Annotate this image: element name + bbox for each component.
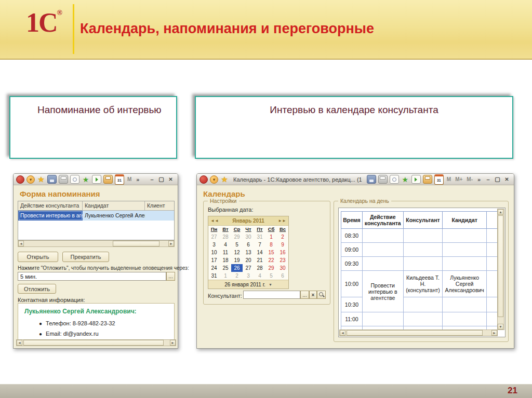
day-cell[interactable]: 5	[265, 272, 277, 280]
day-cell[interactable]: 23	[277, 256, 288, 264]
selected-day-cell[interactable]: 26	[231, 264, 243, 272]
day-cell[interactable]: 11	[220, 249, 231, 256]
print-icon[interactable]	[59, 175, 68, 184]
day-cell[interactable]: 27	[208, 233, 220, 241]
candidate-cell[interactable]	[443, 243, 487, 257]
day-cell[interactable]: 6	[243, 241, 254, 249]
consultant-cell[interactable]	[403, 297, 443, 312]
overflow-chevron-icon[interactable]: »	[476, 175, 482, 183]
memory-mplus-icon[interactable]: M+	[454, 175, 463, 183]
open-catalog-icon[interactable]	[411, 175, 421, 184]
candidate-cell[interactable]	[443, 312, 487, 326]
day-cell[interactable]: 27	[243, 264, 254, 272]
postpone-button[interactable]: Отложить	[18, 284, 56, 294]
column-action[interactable]: Действие консультанта	[18, 201, 83, 210]
day-cell[interactable]: 5	[231, 241, 243, 249]
day-table-vscrollbar[interactable]: ▲ ▼	[497, 209, 504, 330]
save-icon[interactable]	[367, 175, 376, 184]
next-month-icon[interactable]: ►►	[278, 218, 286, 223]
prev-month-icon[interactable]: ◄◄	[210, 218, 219, 223]
day-cell[interactable]: 3	[243, 272, 254, 280]
memory-m-icon[interactable]: M	[446, 175, 452, 183]
day-cell[interactable]: 17	[208, 256, 220, 264]
scroll-left-icon[interactable]: ◄	[18, 241, 24, 246]
candidate-cell[interactable]	[443, 229, 487, 243]
day-cell[interactable]: 24	[208, 264, 220, 272]
day-cell[interactable]: 9	[277, 241, 288, 249]
day-cell[interactable]: 4	[254, 272, 265, 280]
services-icon[interactable]: ★	[82, 175, 90, 183]
day-cell[interactable]: 29	[231, 233, 243, 241]
day-cell[interactable]: 2	[231, 272, 243, 280]
maximize-button[interactable]	[157, 175, 166, 183]
action-cell[interactable]	[362, 243, 403, 257]
day-cell[interactable]: 30	[243, 233, 254, 241]
column-candidate[interactable]: Кандидат	[83, 201, 145, 210]
column-client[interactable]: Клиент	[145, 201, 174, 210]
day-cell[interactable]: 8	[265, 241, 277, 249]
calendar-31-icon[interactable]: 31	[434, 174, 444, 185]
day-cell[interactable]: 28	[254, 264, 265, 272]
reminder-table-row[interactable]: Провести интервью в аге... Лукьяненко Се…	[18, 211, 174, 221]
scroll-right-icon[interactable]: ►	[170, 340, 176, 346]
print-icon[interactable]	[378, 175, 388, 184]
schedule-row[interactable]: 09:30	[341, 257, 498, 271]
day-cell[interactable]: 12	[231, 249, 243, 256]
day-cell[interactable]: 20	[243, 256, 254, 264]
day-cell[interactable]: 21	[254, 256, 265, 264]
scroll-down-icon[interactable]: ▼	[498, 324, 503, 330]
scroll-up-icon[interactable]: ▲	[498, 209, 503, 215]
day-cell[interactable]: 31	[208, 272, 220, 280]
consultant-cell[interactable]	[403, 312, 443, 326]
print-preview-icon[interactable]	[70, 175, 79, 184]
reminder-window-hscrollbar[interactable]: ◄ ►	[16, 339, 176, 346]
cell-candidate[interactable]: Лукьяненко Сергей Алек...	[83, 211, 145, 221]
favorites-star-icon[interactable]: ★	[37, 175, 45, 183]
day-cell[interactable]: 6	[277, 272, 288, 280]
close-button[interactable]	[502, 175, 511, 183]
scroll-left-icon[interactable]: ◄	[340, 330, 345, 336]
schedule-row[interactable]: 08:30	[341, 229, 498, 243]
action-cell[interactable]	[362, 257, 403, 271]
scroll-thumb[interactable]	[23, 340, 164, 346]
action-cell[interactable]	[362, 229, 403, 243]
day-cell[interactable]: 2	[277, 233, 288, 241]
app-1c-icon[interactable]	[16, 175, 24, 184]
maximize-button[interactable]	[493, 175, 502, 183]
candidate-cell[interactable]	[443, 297, 487, 312]
day-cell[interactable]: 25	[220, 264, 231, 272]
day-cell[interactable]: 13	[243, 249, 254, 256]
day-schedule-panel[interactable]: ВремяДействие консультантаКонсультантКан…	[338, 208, 506, 337]
calendar-31-icon[interactable]: 31	[115, 174, 124, 185]
selected-date-footer[interactable]: 26 января 2011 г. ▼	[208, 280, 288, 289]
memory-mminus-icon[interactable]: M-	[466, 175, 474, 183]
day-cell[interactable]: 29	[265, 264, 277, 272]
consultant-field[interactable]	[243, 291, 300, 299]
scroll-thumb[interactable]	[347, 330, 483, 336]
day-cell[interactable]: 22	[265, 256, 277, 264]
calculator-icon[interactable]	[103, 175, 113, 184]
action-cell[interactable]	[362, 312, 403, 326]
scroll-thumb[interactable]	[113, 241, 159, 246]
day-table-hscrollbar[interactable]: ◄ ►	[339, 330, 498, 336]
day-cell[interactable]: 4	[220, 241, 231, 249]
minimize-button[interactable]	[484, 175, 493, 183]
stop-button[interactable]: Прекратить	[62, 252, 109, 262]
cell-client[interactable]	[145, 211, 174, 221]
consultant-search-button[interactable]	[317, 291, 326, 299]
action-cell[interactable]: Провести интервью в агентстве	[362, 271, 403, 312]
consultant-cell[interactable]	[403, 229, 443, 243]
consultant-cell[interactable]	[403, 243, 443, 257]
day-cell[interactable]: 1	[220, 272, 231, 280]
day-cell[interactable]: 1	[265, 233, 277, 241]
candidate-cell[interactable]	[443, 257, 487, 271]
print-preview-icon[interactable]	[390, 175, 399, 184]
day-cell[interactable]: 31	[254, 233, 265, 241]
overflow-chevron-icon[interactable]: »	[135, 175, 141, 183]
close-button[interactable]	[166, 175, 175, 183]
scroll-right-icon[interactable]: ►	[491, 330, 497, 336]
schedule-row[interactable]: 11:00	[341, 312, 498, 326]
dropdown-arrow-icon[interactable]: ▼	[269, 283, 272, 286]
save-icon[interactable]	[47, 175, 57, 184]
consultant-cell[interactable]	[403, 257, 443, 271]
